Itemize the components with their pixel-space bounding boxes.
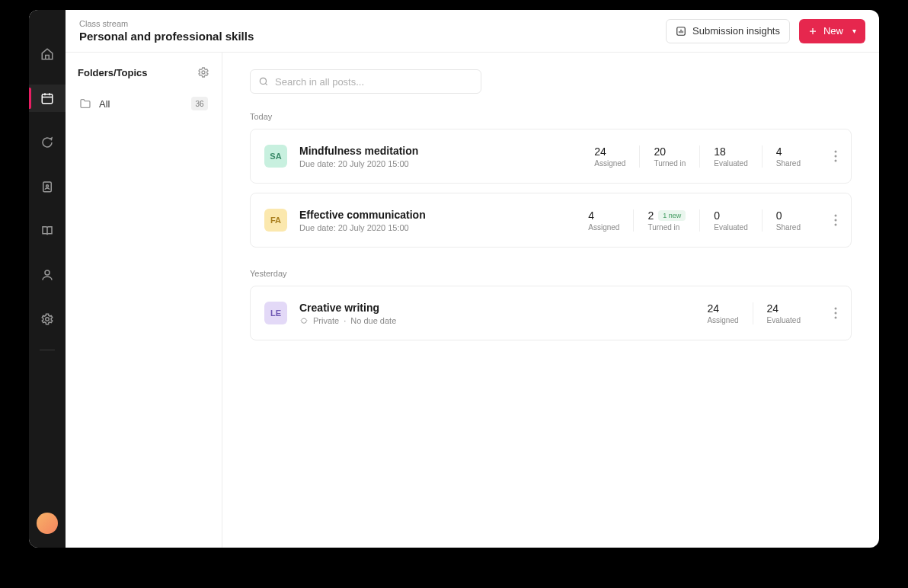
folder-item[interactable]: All 36 [78,92,209,115]
book-icon [40,224,54,238]
stat-shared: 4 Shared [762,145,814,168]
nav-settings[interactable] [29,305,66,333]
stat-assigned: 24 Assigned [580,145,639,168]
post-body: Creative writing Private·No due date [299,302,681,325]
gear-icon [40,312,54,326]
folders-header: Folders/Topics [78,66,209,78]
kebab-icon [834,307,837,319]
breadcrumb: Class stream [79,19,666,28]
svg-point-6 [202,71,205,74]
nav-assignments[interactable] [29,173,66,200]
folder-count: 36 [191,97,208,110]
chevron-down-icon: ▾ [852,27,856,35]
post-menu-button[interactable] [826,304,837,322]
post-title: Creative writing [299,302,681,314]
stat-evaluated: 24 Evaluated [753,302,814,324]
clipboard-user-icon [40,180,54,193]
post-title: Mindfulness meditation [299,145,568,157]
svg-point-12 [835,219,837,222]
svg-point-11 [835,215,837,217]
post-card[interactable]: FA Effective communication Due date: 20 … [250,193,852,248]
user-avatar[interactable] [37,513,58,534]
kebab-icon [834,150,837,162]
post-stats: 24 Assigned 20 Turned in 18 Evaluated 4 … [580,145,814,168]
folders-settings-button[interactable] [197,66,209,78]
stat-value: 0 [714,209,747,222]
stat-label: Turned in [647,223,686,232]
post-title: Effective communication [299,209,562,221]
stat-assigned: 4 Assigned [574,209,633,232]
nav-divider [40,350,55,350]
stat-value: 24 [707,302,738,315]
new-button-label: New [823,25,843,37]
nav-home[interactable] [29,40,66,68]
stat-label: Evaluated [714,159,747,168]
main: Class stream Personal and professional s… [66,10,879,548]
post-badge: FA [264,209,287,232]
new-badge: 1 new [658,210,686,221]
post-groups: Today SA Mindfulness meditation Due date… [250,112,852,340]
post-card[interactable]: LE Creative writing Private·No due date … [250,286,852,340]
stat-value: 4 [588,209,619,222]
post-menu-button[interactable] [826,211,837,229]
header-titles: Class stream Personal and professional s… [79,19,666,43]
stat-turned in: 21 new Turned in [633,209,699,232]
bar-chart-icon [676,26,686,37]
stat-label: Shared [776,223,801,232]
group-label: Today [250,112,852,121]
stat-evaluated: 0 Evaluated [699,209,761,232]
svg-rect-0 [42,94,53,104]
search-input[interactable] [275,76,473,88]
search-icon [258,76,269,87]
svg-point-15 [835,312,837,315]
search-box[interactable] [250,69,481,94]
post-card[interactable]: SA Mindfulness meditation Due date: 20 J… [250,129,852,184]
user-icon [40,268,54,282]
nav-library[interactable] [29,217,66,244]
stat-label: Assigned [588,223,619,232]
header: Class stream Personal and professional s… [66,10,879,53]
app-window: Class stream Personal and professional s… [29,10,879,548]
due-date: Due date: 20 July 2020 15:00 [299,223,409,232]
stat-label: Evaluated [767,316,801,324]
nav-chat[interactable] [29,129,66,156]
due-date: No due date [350,316,396,325]
svg-point-16 [835,317,837,319]
stat-value: 21 new [647,209,686,222]
post-stats: 24 Assigned 24 Evaluated [693,302,814,324]
content: Folders/Topics All 36 Today SA Mindfulne… [66,53,879,548]
stat-value: 20 [654,145,686,158]
stat-value: 24 [767,302,801,315]
stat-turned in: 20 Turned in [639,145,699,168]
calendar-icon [40,91,54,105]
svg-point-10 [835,160,837,162]
stat-value: 18 [714,145,747,158]
due-date: Due date: 20 July 2020 15:00 [299,159,409,168]
post-badge: SA [264,145,287,168]
post-menu-button[interactable] [826,147,837,165]
svg-point-2 [46,185,49,187]
new-button[interactable]: New ▾ [799,19,865,43]
stat-assigned: 24 Assigned [693,302,752,324]
nav-stream[interactable] [29,85,66,112]
post-stats: 4 Assigned 21 new Turned in 0 Evaluated … [574,209,814,232]
nav-people[interactable] [29,261,66,289]
stat-label: Assigned [707,316,738,324]
kebab-icon [834,214,837,226]
svg-point-3 [45,270,50,275]
plus-icon [808,27,817,36]
group-label: Yesterday [250,269,852,278]
post-body: Effective communication Due date: 20 Jul… [299,209,562,232]
stat-value: 0 [776,209,801,222]
stat-label: Shared [776,159,801,168]
page-title: Personal and professional skills [79,30,666,43]
stat-value: 4 [776,145,801,158]
chat-icon [40,136,54,149]
submission-insights-button[interactable]: Submission insights [666,19,790,43]
private-icon [299,317,309,324]
folder-name: All [99,98,184,110]
svg-point-8 [835,151,837,153]
submission-insights-label: Submission insights [692,25,780,37]
stat-label: Turned in [654,159,686,168]
svg-point-9 [835,155,837,158]
